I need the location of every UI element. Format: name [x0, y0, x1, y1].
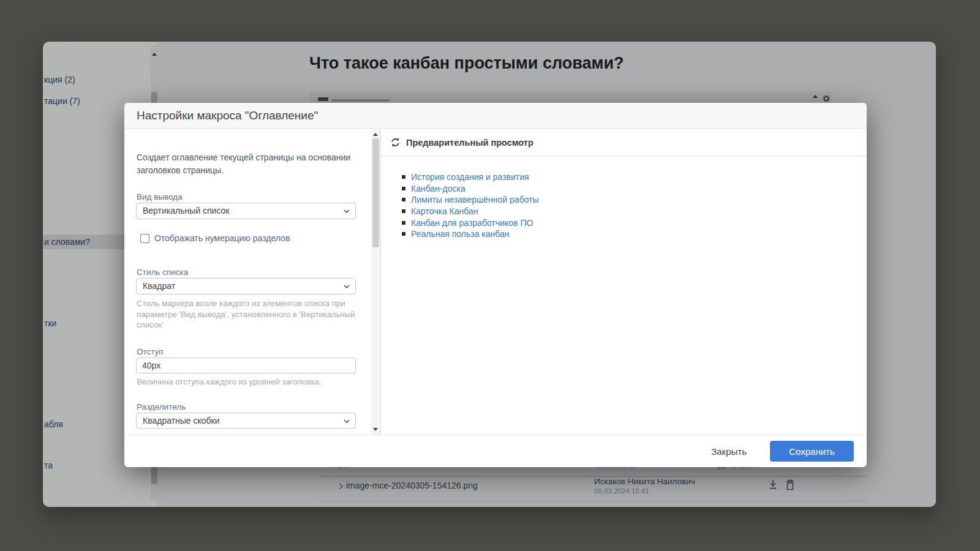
save-button[interactable]: Сохранить — [770, 441, 854, 462]
output-type-label: Вид вывода — [137, 192, 183, 201]
preview-title: Предварительный просмотр — [406, 138, 533, 148]
square-bullet-icon — [402, 175, 405, 179]
toc-link[interactable]: Лимиты незавершённой работы — [411, 195, 539, 204]
scroll-up-icon[interactable] — [373, 133, 378, 136]
toc-item[interactable]: Канбан-доска — [402, 183, 539, 195]
dialog-body: Создает оглавление текущей страницы на о… — [124, 129, 867, 435]
toc-link[interactable]: Реальная польза канбан — [411, 229, 510, 239]
toc-item[interactable]: История создания и развития — [402, 171, 539, 183]
list-style-help: Стиль маркера возле каждого из элементов… — [137, 298, 357, 331]
screen: кция (2) тации (7) и словами? тки абля т… — [0, 0, 980, 551]
indent-input[interactable] — [136, 358, 356, 373]
toc-preview-list: История создания и развития Канбан-доска… — [402, 171, 539, 240]
separator-label: Разделитель — [137, 402, 186, 411]
toc-link[interactable]: Канбан-доска — [411, 184, 466, 193]
toc-item[interactable]: Карточка Канбан — [402, 206, 539, 217]
toc-link[interactable]: Канбан для разработчиков ПО — [411, 218, 533, 228]
output-type-select[interactable]: Вертикальный список — [136, 203, 356, 219]
output-type-value: Вертикальный список — [143, 206, 230, 216]
square-bullet-icon — [402, 221, 405, 225]
refresh-icon[interactable] — [390, 137, 401, 148]
chevron-down-icon — [344, 419, 350, 423]
separator-select[interactable]: Квадратные скобки — [136, 413, 356, 429]
scroll-down-icon[interactable] — [373, 428, 378, 431]
settings-scrollbar[interactable] — [371, 129, 380, 435]
toc-item[interactable]: Канбан для разработчиков ПО — [402, 217, 539, 228]
dialog-footer: Закрыть Сохранить — [124, 435, 867, 467]
numbering-checkbox-row[interactable]: Отображать нумерацию разделов — [140, 233, 290, 243]
square-bullet-icon — [402, 209, 405, 213]
toc-item[interactable]: Реальная польза канбан — [402, 228, 539, 240]
close-button[interactable]: Закрыть — [711, 446, 747, 457]
list-style-value: Квадрат — [143, 281, 175, 291]
numbering-label: Отображать нумерацию разделов — [154, 233, 290, 243]
macro-settings-dialog: Настройки макроса "Оглавление" Создает о… — [124, 103, 867, 467]
separator-value: Квадратные скобки — [143, 416, 220, 425]
indent-help: Величина отступа каждого из уровней заго… — [137, 377, 357, 388]
preview-panel: Предварительный просмотр История создани… — [380, 129, 867, 435]
macro-description: Создает оглавление текущей страницы на о… — [137, 151, 358, 177]
numbering-checkbox[interactable] — [140, 234, 149, 243]
chevron-down-icon — [344, 209, 350, 213]
preview-header: Предварительный просмотр — [381, 129, 867, 156]
scrollbar-thumb[interactable] — [372, 138, 379, 247]
toc-item[interactable]: Лимиты незавершённой работы — [402, 194, 539, 206]
settings-panel: Создает оглавление текущей страницы на о… — [124, 129, 371, 435]
indent-label: Отступ — [137, 347, 164, 356]
list-style-label: Стиль списка — [137, 268, 188, 277]
chevron-down-icon — [344, 285, 350, 288]
list-style-select[interactable]: Квадрат — [136, 278, 356, 294]
toc-link[interactable]: Карточка Канбан — [411, 206, 478, 216]
square-bullet-icon — [402, 198, 405, 201]
dialog-title: Настройки макроса "Оглавление" — [124, 103, 867, 129]
square-bullet-icon — [402, 232, 405, 236]
square-bullet-icon — [402, 187, 405, 190]
toc-link[interactable]: История создания и развития — [411, 172, 529, 182]
